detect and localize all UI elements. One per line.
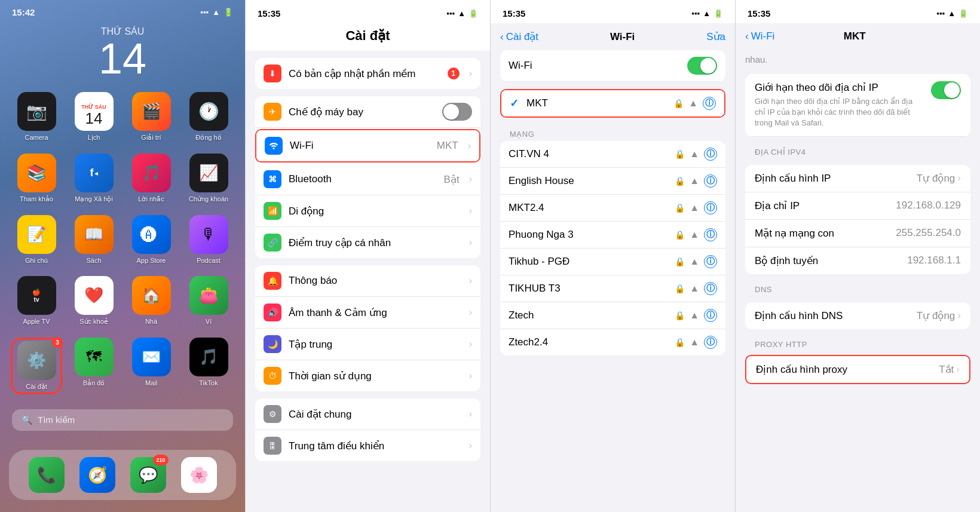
config-ip-row[interactable]: Định cấu hình IP Tự động › (745, 165, 970, 192)
app-appletv[interactable]: 🍎 tv Apple TV (11, 276, 62, 326)
settings-row-thongbao[interactable]: 🔔 Thông báo › (255, 265, 480, 297)
englishhouse-info-button[interactable]: ⓘ (704, 174, 717, 188)
wifi-toggle-row[interactable]: Wi-Fi (500, 50, 725, 82)
caidat-icon-bg[interactable]: ⚙️ (17, 341, 56, 380)
photos-icon-bg[interactable]: 🌸 (181, 457, 217, 493)
mkt-row[interactable]: ✓ MKT 🔒 ▲ ⓘ (501, 90, 724, 116)
thamkhao-icon-bg[interactable]: 📚 (17, 154, 56, 192)
ztech-info-button[interactable]: ⓘ (704, 309, 717, 322)
settings-row-airplane[interactable]: ✈ Chế độ máy bay (255, 96, 480, 128)
suckhoe-icon-bg[interactable]: ❤️ (75, 276, 114, 315)
ip-limit-title: Giới hạn theo dõi địa chỉ IP (755, 81, 924, 94)
lock-icon: 🔒 (675, 284, 685, 293)
ip-limit-toggle[interactable] (931, 81, 961, 99)
mkt-back-button[interactable]: ‹ Wi-Fi (745, 30, 774, 42)
network-row-citvn4[interactable]: CIT.VN 4 🔒 ▲ ⓘ (500, 141, 725, 168)
mxh-icon-bg[interactable]: f ◂ (75, 154, 114, 192)
app-mxh[interactable]: f ◂ Mạng Xã hội (68, 154, 120, 203)
settings-row-wifi[interactable]: Wi-Fi MKT › (256, 130, 479, 161)
dock-safari[interactable]: 🧭 (79, 457, 115, 493)
vi-icon-bg[interactable]: 👛 (189, 276, 228, 315)
app-bando[interactable]: 🗺 Bản đồ (68, 338, 120, 394)
app-vi[interactable]: 👛 Ví (183, 276, 234, 326)
appstore-icon-bg[interactable]: 🅐 (132, 215, 171, 254)
app-calendar[interactable]: THỨ SÁU 14 Lịch (68, 92, 120, 142)
mkt24-info-button[interactable]: ⓘ (704, 201, 717, 214)
ghinchu-icon-bg[interactable]: 📝 (17, 215, 56, 254)
network-row-tikhubt3[interactable]: TIKHUB T3 🔒 ▲ ⓘ (500, 275, 725, 302)
dock-phone[interactable]: 📞 (29, 457, 65, 493)
calendar-icon-bg[interactable]: THỨ SÁU 14 (75, 92, 114, 131)
settings-row-didong[interactable]: 📶 Di động › (255, 195, 480, 227)
bando-icon-bg[interactable]: 🗺 (75, 338, 114, 376)
app-caidat[interactable]: ⚙️ 3 Cài đặt (11, 338, 62, 394)
mail-icon-bg[interactable]: ✉️ (132, 338, 171, 376)
dns-config-label: Định cấu hình DNS (755, 309, 843, 322)
entertainment-icon-bg[interactable]: 🎬 (132, 92, 171, 131)
wifi-back-button[interactable]: ‹ Cài đặt (500, 30, 538, 43)
loinhac-icon-bg[interactable]: 🎵 (132, 154, 171, 192)
tiktok-icon-bg[interactable]: 🎵 (189, 338, 228, 376)
network-row-englishhouse[interactable]: English House 🔒 ▲ ⓘ (500, 168, 725, 195)
nha-icon-bg[interactable]: 🏠 (132, 276, 171, 315)
camera-icon-bg[interactable]: 📷 (17, 92, 56, 131)
dns-config-row[interactable]: Định cấu hình DNS Tự động › (745, 302, 970, 329)
chungkhoan-icon-bg[interactable]: 📈 (189, 154, 228, 192)
airplane-toggle[interactable] (442, 103, 472, 121)
dock-photos[interactable]: 🌸 (181, 457, 217, 493)
settings-row-thoigian[interactable]: ⏱ Thời gian sử dụng › (255, 360, 480, 391)
signal-icon: ▲ (690, 283, 699, 294)
app-tiktok[interactable]: 🎵 TikTok (183, 338, 234, 394)
tikhubpgd-info-button[interactable]: ⓘ (704, 255, 717, 268)
app-chungkhoan[interactable]: 📈 Chứng khoán (183, 154, 234, 203)
config-ip-value: Tự động (917, 172, 955, 185)
network-row-mkt24[interactable]: MKT2.4 🔒 ▲ ⓘ (500, 195, 725, 222)
settings-row-trungTam[interactable]: 🎛 Trung tâm điều khiển › (255, 430, 480, 461)
tikhubt3-info-button[interactable]: ⓘ (704, 282, 717, 295)
network-row-tikhubpgd[interactable]: Tikhub - PGĐ 🔒 ▲ ⓘ (500, 249, 725, 275)
app-mail[interactable]: ✉️ Mail (125, 338, 177, 394)
ztech24-info-button[interactable]: ⓘ (704, 336, 717, 349)
phone-icon-bg[interactable]: 📞 (29, 457, 65, 493)
settings-row-bluetooth[interactable]: ⌘ Bluetooth Bật › (255, 164, 480, 195)
mkt-info-button[interactable]: ⓘ (703, 97, 716, 110)
app-sach[interactable]: 📖 Sách (68, 215, 120, 264)
ip-address-row[interactable]: Địa chỉ IP 192.168.0.129 (745, 192, 970, 220)
settings-row-hotspot[interactable]: 🔗 Điểm truy cập cá nhân › (255, 227, 480, 258)
phuongnga-info-button[interactable]: ⓘ (704, 228, 717, 241)
app-camera[interactable]: 📷 Camera (11, 92, 62, 142)
mxh-label: Mạng Xã hội (75, 195, 113, 203)
citvn4-info-button[interactable]: ⓘ (704, 148, 717, 161)
app-entertainment[interactable]: 🎬 Giải trí (125, 92, 177, 142)
search-bar[interactable]: 🔍 Tìm kiếm (12, 409, 233, 431)
app-ghinchu[interactable]: 📝 Ghi chú (11, 215, 62, 264)
subnet-row[interactable]: Mặt nạ mạng con 255.255.254.0 (745, 220, 970, 247)
clock-icon-bg[interactable]: 🕐 (189, 92, 228, 131)
app-podcast[interactable]: 🎙 Podcast (183, 215, 234, 264)
hotspot-label: Điểm truy cập cá nhân (289, 237, 460, 249)
network-row-phuongnga[interactable]: Phuong Nga 3 🔒 ▲ ⓘ (500, 222, 725, 249)
app-appstore[interactable]: 🅐 App Store (125, 215, 177, 264)
sach-icon-bg[interactable]: 📖 (75, 215, 114, 254)
podcast-icon-bg[interactable]: 🎙 (189, 215, 228, 254)
wifi-action-button[interactable]: Sửa (706, 30, 725, 43)
ip-limit-row[interactable]: Giới hạn theo dõi địa chỉ IP Giới hạn th… (745, 74, 970, 137)
airplane-icon: ✈ (264, 103, 281, 121)
network-row-ztech24[interactable]: Ztech2.4 🔒 ▲ ⓘ (500, 329, 725, 355)
app-suckhoe[interactable]: ❤️ Sức khoẻ (68, 276, 120, 326)
app-loinhac[interactable]: 🎵 Lời nhắc (125, 154, 177, 203)
router-row[interactable]: Bộ định tuyến 192.168.1.1 (745, 247, 970, 274)
proxy-row[interactable]: Định cấu hình proxy Tắt › (746, 356, 969, 383)
app-nha[interactable]: 🏠 Nhà (125, 276, 177, 326)
dock-messages[interactable]: 💬 210 (130, 457, 166, 493)
wifi-toggle[interactable] (687, 57, 717, 75)
settings-row-caidatChung[interactable]: ⚙ Cài đặt chung › (255, 398, 480, 430)
safari-icon-bg[interactable]: 🧭 (79, 457, 115, 493)
app-thamkhao[interactable]: 📚 Tham khảo (11, 154, 62, 203)
settings-row-taptrung[interactable]: 🌙 Tập trung › (255, 329, 480, 360)
network-row-ztech[interactable]: Ztech 🔒 ▲ ⓘ (500, 302, 725, 329)
app-clock[interactable]: 🕐 Đồng hồ (183, 92, 234, 142)
settings-row-sound[interactable]: 🔊 Âm thanh & Cảm ứng › (255, 297, 480, 329)
settings-row-update[interactable]: ⬇ Có bản cập nhật phần mềm 1 › (255, 58, 480, 89)
appletv-icon-bg[interactable]: 🍎 tv (17, 276, 56, 315)
